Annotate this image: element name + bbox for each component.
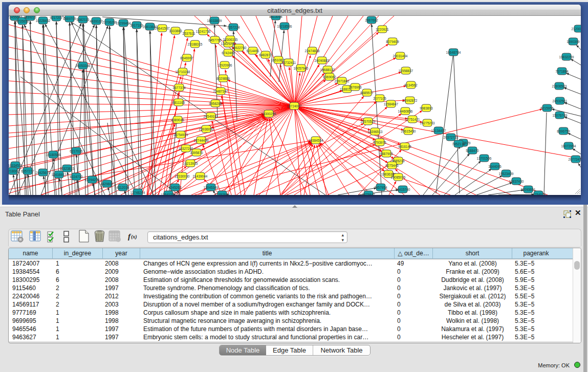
svg-text:3220921: 3220921: [376, 28, 389, 31]
svg-text:19832259: 19832259: [559, 55, 574, 59]
svg-text:22806503: 22806503: [552, 84, 567, 88]
svg-text:10334531: 10334531: [9, 164, 23, 167]
svg-text:3677374: 3677374: [172, 86, 186, 90]
svg-text:16648784: 16648784: [446, 51, 461, 54]
svg-text:19384554: 19384554: [309, 139, 323, 142]
svg-text:7452134: 7452134: [452, 142, 465, 146]
svg-text:7671884: 7671884: [555, 70, 569, 73]
svg-text:21200396: 21200396: [572, 27, 581, 31]
svg-text:19523409: 19523409: [499, 172, 514, 176]
svg-text:3333883: 3333883: [169, 29, 182, 33]
svg-text:24425670: 24425670: [36, 171, 51, 174]
svg-text:16033809: 16033809: [207, 19, 222, 23]
svg-text:9275445: 9275445: [385, 164, 399, 167]
svg-text:8685577: 8685577: [360, 91, 374, 95]
svg-text:8489709: 8489709: [63, 17, 76, 20]
svg-text:2876966: 2876966: [349, 85, 362, 89]
svg-text:13045349: 13045349: [204, 186, 219, 189]
svg-text:8079409: 8079409: [386, 40, 399, 43]
svg-text:22744459: 22744459: [194, 139, 209, 142]
svg-text:8396759: 8396759: [557, 129, 570, 133]
svg-text:3917183: 3917183: [130, 24, 143, 27]
svg-text:22992872: 22992872: [403, 99, 418, 102]
svg-text:5682115: 5682115: [77, 18, 90, 21]
svg-text:5188470: 5188470: [466, 149, 479, 152]
svg-text:8369062: 8369062: [323, 75, 336, 79]
svg-text:19299464: 19299464: [116, 21, 131, 25]
svg-text:9887903: 9887903: [380, 152, 393, 156]
svg-text:3395870: 3395870: [190, 151, 203, 155]
svg-text:10323815: 10323815: [60, 167, 75, 170]
svg-text:16415740: 16415740: [396, 188, 410, 191]
svg-text:22093651: 22093651: [521, 188, 536, 191]
svg-text:8134562: 8134562: [404, 83, 418, 87]
svg-text:6217026: 6217026: [70, 149, 83, 153]
svg-text:1839221: 1839221: [24, 16, 37, 19]
svg-text:8811165: 8811165: [172, 101, 185, 104]
svg-text:1218062: 1218062: [9, 169, 19, 173]
svg-text:14275203: 14275203: [420, 121, 435, 125]
svg-text:13701506: 13701506: [477, 157, 492, 160]
svg-text:5793975: 5793975: [373, 141, 386, 144]
svg-text:23936053: 23936053: [199, 127, 214, 131]
svg-text:24532561: 24532561: [553, 99, 568, 103]
svg-text:2077105: 2077105: [373, 97, 386, 100]
svg-text:8224730: 8224730: [70, 175, 83, 179]
svg-text:24090883: 24090883: [315, 59, 330, 62]
svg-text:9217207: 9217207: [50, 16, 63, 19]
svg-text:20772475: 20772475: [569, 158, 581, 161]
svg-text:22570529: 22570529: [361, 120, 376, 123]
svg-text:16213925: 16213925: [183, 162, 198, 165]
svg-text:8215955: 8215955: [540, 106, 554, 110]
svg-text:8813054: 8813054: [269, 16, 282, 18]
svg-text:13754919: 13754919: [173, 133, 188, 137]
svg-text:12920906: 12920906: [217, 63, 232, 67]
svg-text:2457954: 2457954: [374, 186, 387, 189]
svg-text:7357224: 7357224: [227, 26, 240, 29]
svg-text:18922760: 18922760: [232, 46, 247, 50]
svg-text:6457765: 6457765: [208, 38, 222, 42]
svg-text:6357277: 6357277: [21, 169, 34, 173]
svg-text:20031404: 20031404: [393, 54, 408, 58]
svg-text:6482877: 6482877: [259, 53, 272, 57]
svg-text:9214491: 9214491: [246, 49, 259, 53]
svg-text:2887682: 2887682: [365, 18, 378, 22]
svg-text:16396513: 16396513: [368, 130, 383, 134]
svg-text:22306335: 22306335: [223, 38, 238, 41]
svg-text:10057945: 10057945: [294, 67, 309, 70]
svg-text:14460856: 14460856: [398, 110, 413, 113]
svg-text:13134457: 13134457: [431, 129, 446, 133]
svg-text:10228452: 10228452: [36, 19, 51, 23]
svg-text:13241736: 13241736: [196, 30, 211, 33]
svg-text:23188315: 23188315: [188, 42, 203, 46]
svg-text:20615450: 20615450: [401, 129, 416, 133]
svg-text:24549181: 24549181: [204, 115, 219, 118]
svg-text:22474828: 22474828: [305, 49, 320, 53]
svg-text:16072954: 16072954: [561, 144, 576, 148]
svg-text:20372723: 20372723: [444, 136, 459, 139]
svg-text:21439044: 21439044: [193, 174, 208, 178]
svg-text:19688132: 19688132: [320, 68, 335, 72]
svg-text:23706266: 23706266: [102, 20, 117, 24]
svg-text:11558837: 11558837: [399, 69, 413, 73]
svg-text:15076749: 15076749: [553, 114, 568, 117]
svg-text:10710248: 10710248: [176, 70, 190, 74]
svg-text:4245263: 4245263: [168, 186, 182, 189]
svg-text:9983893: 9983893: [420, 106, 433, 110]
svg-text:13732411: 13732411: [281, 61, 296, 64]
svg-text:1890399: 1890399: [567, 40, 580, 43]
svg-text:10327246: 10327246: [179, 147, 193, 150]
svg-text:12294238: 12294238: [85, 178, 100, 182]
svg-text:3644095: 3644095: [488, 165, 502, 168]
svg-text:4439167: 4439167: [90, 19, 103, 23]
svg-text:23971842: 23971842: [335, 79, 350, 83]
svg-text:9958289: 9958289: [209, 102, 222, 105]
svg-text:11584847: 11584847: [384, 102, 399, 106]
svg-text:4429607: 4429607: [100, 182, 114, 186]
svg-text:8029889: 8029889: [216, 77, 230, 80]
svg-text:26053346: 26053346: [76, 64, 91, 68]
svg-text:19085076: 19085076: [391, 176, 406, 179]
svg-text:9816145: 9816145: [398, 145, 411, 148]
svg-text:24641507: 24641507: [155, 27, 170, 30]
svg-text:18300295: 18300295: [262, 112, 276, 116]
